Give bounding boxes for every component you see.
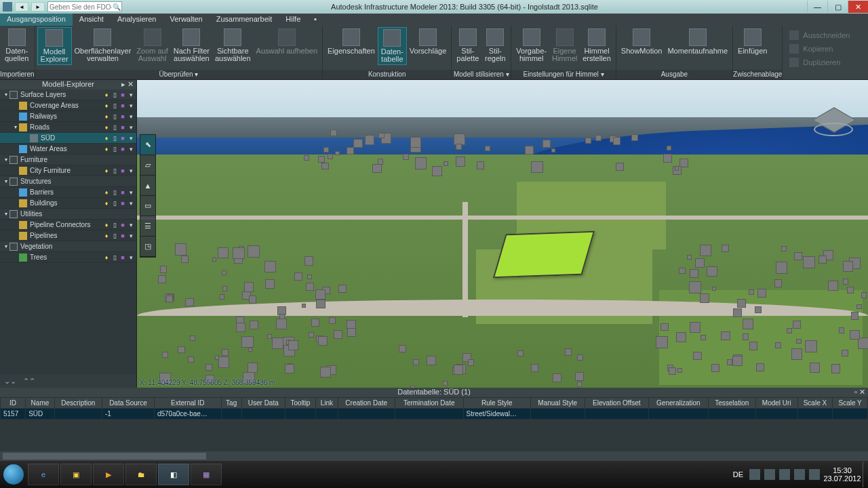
lock-icon[interactable]: ▯ <box>111 146 119 152</box>
table-cell[interactable] <box>585 409 649 420</box>
lock-icon[interactable]: ▯ <box>111 102 119 109</box>
table-cell[interactable] <box>797 409 833 420</box>
ribbon-nachfilter[interactable]: Nach Filterauswählen <box>171 27 212 64</box>
taskbar-ie[interactable]: e <box>28 464 59 485</box>
ribbon-auswahlaufheben[interactable]: Auswahl aufheben <box>254 27 321 56</box>
tree-item[interactable]: Trees♦▯■▾ <box>0 252 136 263</box>
style-icon[interactable]: ■ <box>119 189 127 196</box>
ribbon-daten[interactable]: Daten-quellen <box>2 27 31 64</box>
vtool-measure[interactable]: ▲ <box>140 176 155 196</box>
fdo-search[interactable]: 🔍 <box>47 1 122 12</box>
table-cell[interactable] <box>54 409 102 420</box>
table-cell[interactable]: SÜD <box>26 409 54 420</box>
table-cell[interactable] <box>649 409 709 420</box>
lock-icon[interactable]: ▯ <box>111 113 119 120</box>
lock-icon[interactable]: ▯ <box>111 232 119 239</box>
ribbon-stil[interactable]: Stil-palette <box>454 27 481 64</box>
ribbon-vorgabe[interactable]: Vorgabe-himmel <box>513 27 549 64</box>
col-header[interactable]: ID <box>1 398 26 409</box>
col-header[interactable]: Name <box>26 398 54 409</box>
table-cell[interactable]: 5157 <box>1 409 26 420</box>
taskbar-explorer[interactable]: ▣ <box>60 464 92 485</box>
table-cell[interactable]: -1 <box>102 409 154 420</box>
tray-icon[interactable] <box>809 469 820 480</box>
col-header[interactable]: Tag <box>221 398 241 409</box>
visibility-icon[interactable]: ♦ <box>102 189 111 196</box>
ribbon-einfgen[interactable]: Einfügen <box>735 27 770 56</box>
tree-item[interactable]: Railways♦▯■▾ <box>0 111 136 122</box>
table-cell[interactable]: d570a0ce-bae… <box>154 409 221 420</box>
dropdown-icon[interactable]: ▾ <box>127 102 135 109</box>
ribbon-showmotion[interactable]: ShowMotion <box>618 27 665 56</box>
table-cell[interactable]: Street/Sidewal… <box>463 409 530 420</box>
tree-item[interactable]: Coverage Areas♦▯■▾ <box>0 100 136 111</box>
table-cell[interactable] <box>755 409 797 420</box>
tree-item-child[interactable]: SÜD♦▯■▾ <box>0 133 136 144</box>
col-header[interactable]: Data Source <box>102 398 154 409</box>
dropdown-icon[interactable]: ▾ <box>127 200 135 207</box>
search-icon[interactable]: 🔍 <box>112 3 121 11</box>
dropdown-icon[interactable]: ▾ <box>127 222 135 228</box>
show-desktop[interactable] <box>863 462 868 487</box>
dropdown-icon[interactable]: ▾ <box>127 254 135 261</box>
table-cell[interactable] <box>316 409 338 420</box>
visibility-icon[interactable]: ♦ <box>102 135 111 142</box>
tray-icon[interactable] <box>779 469 790 480</box>
datatable-grid[interactable]: IDNameDescriptionData SourceExternal IDT… <box>0 397 868 451</box>
expand-all-icon[interactable]: ⌃⌃ <box>23 377 35 386</box>
datatable-hscroll[interactable] <box>0 451 868 461</box>
viewport-3d[interactable]: ⬉ ▱ ▲ ▭ ☰ ◳ X: 11.404229 Y: 48.755605 Z:… <box>137 80 868 388</box>
tree-item[interactable]: Pipeline Connectors♦▯■▾ <box>0 220 136 230</box>
vtool-box[interactable]: ▭ <box>140 196 155 216</box>
visibility-icon[interactable]: ♦ <box>102 222 111 228</box>
vtool-screenshot[interactable]: ◳ <box>140 237 155 257</box>
dropdown-icon[interactable]: ▾ <box>127 124 135 131</box>
visibility-icon[interactable]: ♦ <box>102 113 111 120</box>
tree-item[interactable]: Buildings♦▯■▾ <box>0 198 136 209</box>
menu-hilfe[interactable]: Hilfe <box>279 14 307 26</box>
tray-clock[interactable]: 15:3023.07.2012 <box>822 466 863 483</box>
viewcube[interactable] <box>814 104 854 138</box>
tree-item[interactable]: ▾Roads♦▯■▾ <box>0 122 136 133</box>
tree-group[interactable]: ▾Furniture <box>0 155 136 165</box>
collapse-all-icon[interactable]: ⌄⌄ <box>4 377 16 386</box>
table-cell[interactable] <box>285 409 315 420</box>
lock-icon[interactable]: ▯ <box>111 167 119 174</box>
lock-icon[interactable]: ▯ <box>111 222 119 228</box>
style-icon[interactable]: ■ <box>119 222 127 228</box>
selected-parcel[interactable] <box>493 231 595 278</box>
visibility-icon[interactable]: ♦ <box>102 200 111 207</box>
ribbon-daten[interactable]: Daten-tabelle <box>378 27 407 65</box>
vtool-select[interactable]: ⬉ <box>140 135 155 155</box>
visibility-icon[interactable]: ♦ <box>102 102 111 109</box>
tree-group[interactable]: ▾Structures <box>0 176 136 187</box>
tray-icon[interactable] <box>749 469 760 480</box>
visibility-icon[interactable]: ♦ <box>102 254 111 261</box>
datatable-close-icon[interactable]: ▫ ✕ <box>854 388 865 396</box>
col-header[interactable]: Generalization <box>649 398 709 409</box>
menu-ansicht[interactable]: Ansicht <box>73 14 111 26</box>
col-header[interactable]: Scale Y <box>833 398 868 409</box>
minimize-button[interactable]: — <box>807 1 827 13</box>
dropdown-icon[interactable]: ▾ <box>127 113 135 120</box>
ribbon-zoomauf[interactable]: Zoom aufAuswahl <box>134 27 170 64</box>
taskbar-aim[interactable]: ◧ <box>158 464 189 485</box>
visibility-icon[interactable]: ♦ <box>102 232 111 239</box>
ribbon-oberflchenlayer[interactable]: Oberflächenlayerverwalten <box>72 27 134 64</box>
table-cell[interactable] <box>338 409 395 420</box>
maximize-button[interactable]: ▢ <box>827 1 848 13</box>
clipboard-ausschneiden[interactable]: Ausschneiden <box>787 28 852 42</box>
system-tray[interactable]: DE 15:3023.07.2012 <box>733 461 868 488</box>
col-header[interactable]: Scale X <box>797 398 833 409</box>
style-icon[interactable]: ■ <box>119 135 127 142</box>
ribbon-eigenschaften[interactable]: Eigenschaften <box>325 27 378 56</box>
col-header[interactable]: Tesselation <box>708 398 755 409</box>
col-header[interactable]: Termination Date <box>395 398 463 409</box>
qat-fwd[interactable]: ► <box>31 2 45 12</box>
lock-icon[interactable]: ▯ <box>111 200 119 207</box>
panel-pin-icon[interactable]: ▸ ✕ <box>121 80 134 89</box>
col-header[interactable]: Manual Style <box>530 398 585 409</box>
menu-verwalten[interactable]: Verwalten <box>163 14 209 26</box>
table-cell[interactable] <box>833 409 868 420</box>
style-icon[interactable]: ■ <box>119 200 127 207</box>
